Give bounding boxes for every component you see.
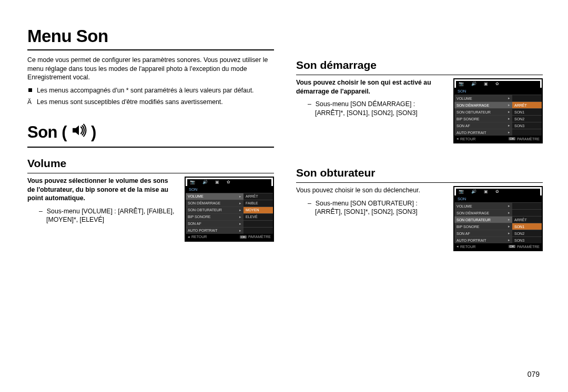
lcd-menu-label: SON AF▸ <box>454 230 512 236</box>
lcd-menu-label: VOLUME▸ <box>454 95 512 101</box>
demarrage-submenu-note: Sous-menu [SON DÉMARRAGE] : [ARRÊT]*, [S… <box>315 100 446 117</box>
lcd-menu-row[interactable]: SON OBTURATEUR▸ SON1 <box>454 108 542 115</box>
lcd-menu-value: SON3 <box>512 122 542 129</box>
lcd-menu-row[interactable]: SON DÉMARRAGE▸ ARRÊT <box>454 101 542 108</box>
intro-text: Ce mode vous permet de configurer les pa… <box>27 56 274 82</box>
chevron-right-icon: ▸ <box>508 103 510 107</box>
lcd-menu-row[interactable]: VOLUME▸ <box>454 95 542 101</box>
camera-icon: 📷 <box>459 81 464 86</box>
volume-lead: Vous pouvez sélectionner le volume des s… <box>27 177 177 203</box>
demarrage-rule <box>296 75 543 75</box>
sound-tab-icon: 🔊 <box>471 81 476 86</box>
lcd-menu-value: SON2 <box>512 116 542 122</box>
sound-icon <box>70 121 88 143</box>
lcd-menu-row[interactable]: AUTO PORTRAIT▸ SON3 <box>454 236 542 243</box>
lcd-set-label: PARAMÈTRE <box>248 235 271 239</box>
lcd-menu-row[interactable]: SON AF▸ <box>186 220 273 227</box>
chevron-right-icon: ▸ <box>508 218 510 222</box>
lcd-menu-row[interactable]: BIP SONORE▸ ELEVÉ <box>186 213 273 220</box>
chevron-right-icon: ▸ <box>508 96 510 100</box>
lcd-menu-label: SON OBTURATEUR▸ <box>454 109 512 115</box>
lcd-menu-label: SON DÉMARRAGE▸ <box>186 200 244 207</box>
chevron-right-icon: ▸ <box>508 211 510 215</box>
lcd-menu-row[interactable]: SON AF▸ SON3 <box>454 122 542 129</box>
lcd-menu-row[interactable]: VOLUME▸ <box>454 202 542 209</box>
ok-badge: OK <box>240 235 247 239</box>
lcd-menu-label: AUTO PORTRAIT▸ <box>454 129 512 136</box>
lcd-menu-label: BIP SONORE▸ <box>454 116 512 122</box>
lcd-menu-row[interactable]: SON OBTURATEUR▸ ARRÊT <box>454 216 542 223</box>
chevron-right-icon: ▸ <box>508 130 510 135</box>
lcd-menu-label: VOLUME▸ <box>186 193 244 200</box>
lcd-menu-label: SON DÉMARRAGE▸ <box>454 102 512 108</box>
volume-rule <box>27 173 274 173</box>
lcd-volume: 📷 🔊 ▣ ✿ SON VOLUME▸ ARRÊT SON DÉMARRAGE▸… <box>185 177 274 242</box>
sound-tab-icon: 🔊 <box>471 189 476 194</box>
lcd-header: SON <box>454 88 542 95</box>
lcd-demarrage: 📷 🔊 ▣ ✿ SON VOLUME▸ SON DÉMARRAGE▸ ARRÊT… <box>453 78 543 143</box>
lcd-set-label: PARAMÈTRE <box>517 245 540 249</box>
lcd-header: SON <box>186 186 273 193</box>
chevron-right-icon: ▸ <box>508 117 510 121</box>
lcd-header: SON <box>454 195 542 202</box>
lcd-menu-label: SON AF▸ <box>186 221 244 227</box>
back-arrow-icon: ◂ <box>188 235 190 239</box>
lcd-menu-label: SON DÉMARRAGE▸ <box>454 210 512 216</box>
lcd-menu-row[interactable]: BIP SONORE▸ SON2 <box>454 115 542 122</box>
display-icon: ▣ <box>484 189 488 194</box>
lcd-footer: ◂RETOUR OKPARAMÈTRE <box>186 234 273 241</box>
lcd-menu-row[interactable]: SON AF▸ SON2 <box>454 230 542 236</box>
lcd-menu-value: ARRÊT <box>244 193 273 200</box>
title-rule <box>27 49 274 50</box>
chevron-right-icon: ▸ <box>508 231 510 235</box>
lcd-menu-value: MOYEN <box>244 207 273 213</box>
chevron-right-icon: ▸ <box>239 208 241 212</box>
warning-note: Les menus sont susceptibles d'être modif… <box>27 98 274 107</box>
lcd-footer: ◂RETOUR OKPARAMÈTRE <box>454 243 542 250</box>
settings-icon: ✿ <box>495 81 499 86</box>
obturateur-title: Son obturateur <box>296 167 543 179</box>
chevron-right-icon: ▸ <box>508 204 510 208</box>
lcd-menu-row[interactable]: BIP SONORE▸ SON1 <box>454 223 542 230</box>
lcd-menu-value: SON3 <box>512 237 542 243</box>
obturateur-rule <box>296 182 543 183</box>
chevron-right-icon: ▸ <box>508 123 510 128</box>
volume-title: Volume <box>27 157 274 170</box>
settings-icon: ✿ <box>495 189 499 194</box>
camera-icon: 📷 <box>459 189 464 194</box>
lcd-menu-label: AUTO PORTRAIT▸ <box>454 237 512 243</box>
lcd-menu-value <box>512 203 542 209</box>
lcd-menu-value: ARRÊT <box>512 216 542 223</box>
lcd-set-label: PARAMÈTRE <box>517 137 540 141</box>
lcd-tab-icons: 📷 🔊 ▣ ✿ <box>186 178 273 186</box>
svg-marker-0 <box>73 126 79 136</box>
lcd-menu-row[interactable]: AUTO PORTRAIT▸ <box>186 227 273 234</box>
chevron-right-icon: ▸ <box>239 229 241 233</box>
lcd-menu-label: BIP SONORE▸ <box>186 214 244 220</box>
lcd-menu-row[interactable]: SON DÉMARRAGE▸ <box>454 209 542 216</box>
lcd-menu-row[interactable]: VOLUME▸ ARRÊT <box>186 193 273 200</box>
chevron-right-icon: ▸ <box>508 224 510 229</box>
lcd-menu-row[interactable]: SON OBTURATEUR▸ MOYEN <box>186 207 273 213</box>
lcd-menu-value: SON1 <box>512 109 542 115</box>
lcd-menu-value <box>512 95 542 101</box>
lcd-menu-value <box>244 228 273 234</box>
display-icon: ▣ <box>484 81 488 86</box>
chevron-right-icon: ▸ <box>239 222 241 226</box>
son-rule <box>27 147 274 148</box>
son-heading-close: ) <box>91 123 96 142</box>
settings-icon: ✿ <box>227 180 230 184</box>
ok-badge: OK <box>509 245 515 248</box>
obturateur-submenu-note: Sous-menu [SON OBTURATEUR] : [ARRÊT], [S… <box>315 199 446 216</box>
lcd-menu-row[interactable]: AUTO PORTRAIT▸ <box>454 129 542 136</box>
volume-submenu-note: Sous-menu [VOLUME] : [ARRÊT], [FAIBLE], … <box>46 207 177 224</box>
lcd-menu-label: SON OBTURATEUR▸ <box>186 207 244 213</box>
page-number: 079 <box>528 370 540 378</box>
lcd-back-label: RETOUR <box>191 235 207 239</box>
lcd-tab-icons: 📷 🔊 ▣ ✿ <box>454 79 542 88</box>
obturateur-lead: Vous pouvez choisir le son du déclencheu… <box>296 186 446 195</box>
lcd-menu-row[interactable]: SON DÉMARRAGE▸ FAIBLE <box>186 200 273 207</box>
lcd-menu-value: SON1 <box>512 223 542 230</box>
lcd-back-label: RETOUR <box>460 245 475 249</box>
chevron-right-icon: ▸ <box>508 110 510 114</box>
